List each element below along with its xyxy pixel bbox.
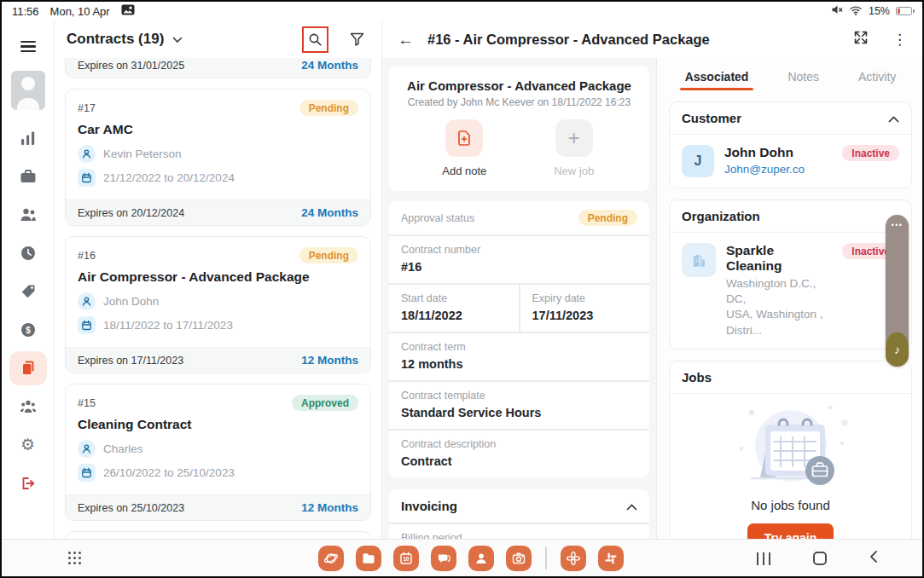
- tab-associated[interactable]: Associated: [685, 70, 749, 90]
- contract-dates: 18/11/2022 to 17/11/2023: [103, 319, 233, 332]
- try-again-button[interactable]: Try again: [747, 523, 834, 539]
- contract-card[interactable]: #16 Pending Air Compressor - Advanced Pa…: [65, 236, 371, 373]
- contracts-list[interactable]: Expires on 31/01/2025 24 Months #17 Pend…: [55, 58, 381, 539]
- new-job-button[interactable]: + New job: [532, 119, 617, 177]
- expires-text: Expires on 31/01/2025: [78, 60, 184, 72]
- contract-detail-panel[interactable]: Air Compressor - Advanced Package Create…: [382, 58, 657, 539]
- battery-percent: 15%: [869, 5, 890, 17]
- contract-number: #15: [78, 397, 96, 409]
- search-button[interactable]: [302, 26, 328, 53]
- term-text: 12 Months: [301, 354, 358, 367]
- expand-icon[interactable]: [853, 30, 869, 49]
- status-time: 11:56: [12, 5, 39, 18]
- chevron-up-icon[interactable]: [626, 499, 637, 513]
- contract-person: Kevin Peterson: [103, 147, 182, 160]
- detail-header: ← #16 - Air Compressor - Advanced Packag…: [382, 20, 922, 58]
- note-add-icon: [445, 119, 483, 157]
- contract-dates: 26/10/2022 to 25/10/2023: [103, 466, 235, 479]
- menu-button[interactable]: [2, 27, 54, 66]
- sidebar-item-customers[interactable]: [2, 195, 54, 234]
- organization-card: Organization Sparkle Cleaning Washington…: [669, 199, 912, 350]
- status-badge: Pending: [299, 100, 358, 116]
- music-note-icon[interactable]: ♪: [886, 332, 909, 367]
- organization-name: Sparkle Cleaning: [726, 243, 832, 274]
- tag-icon: [20, 284, 36, 299]
- customer-avatar: J: [682, 145, 714, 177]
- field-dates: Start date 18/11/2022 Expiry date 17/11/…: [389, 285, 649, 332]
- filter-button[interactable]: [344, 26, 369, 52]
- messages-app-icon[interactable]: [431, 546, 456, 571]
- status-bar: 11:56 Mon, 10 Apr 15%: [2, 2, 922, 20]
- detail-tabs: Associated Notes Activity: [669, 63, 912, 90]
- tab-activity[interactable]: Activity: [858, 70, 896, 90]
- customer-email[interactable]: John@zuper.co: [724, 163, 832, 176]
- approval-status-badge: Pending: [578, 210, 637, 226]
- slack-app-icon[interactable]: [598, 546, 624, 571]
- sidebar-item-invoices[interactable]: $: [2, 310, 54, 349]
- camera-app-icon[interactable]: [506, 546, 532, 571]
- contract-card[interactable]: #17 Pending Car AMC Kevin Peterson 21/12…: [65, 89, 371, 226]
- edge-dots-icon: •••: [886, 221, 909, 229]
- chevron-up-icon[interactable]: [888, 111, 899, 125]
- dollar-icon: $: [20, 322, 36, 338]
- sidebar-item-contracts-active[interactable]: [2, 349, 54, 387]
- customer-section-title: Customer: [682, 111, 741, 125]
- clock-icon: [20, 246, 36, 261]
- edge-panel-handle[interactable]: ••• ♪: [886, 215, 909, 367]
- add-note-button[interactable]: Add note: [421, 119, 507, 177]
- person-icon: [78, 292, 96, 310]
- customer-row[interactable]: J John Dohn John@zuper.co Inactive: [670, 135, 911, 188]
- sidebar-item-settings[interactable]: ⚙: [2, 425, 54, 464]
- recents-button[interactable]: [757, 552, 770, 565]
- sidebar-item-teams[interactable]: [2, 387, 54, 425]
- kebab-menu-icon[interactable]: ⋮: [892, 32, 907, 47]
- calendar-app-icon[interactable]: 10: [393, 546, 419, 571]
- briefcase-icon: [20, 169, 37, 184]
- mute-icon: [831, 4, 843, 18]
- sidebar-item-quotes[interactable]: [2, 272, 54, 310]
- taskbar: 10: [2, 539, 922, 576]
- status-badge: Pending: [299, 247, 358, 263]
- contracts-list-panel: Contracts (19) Expires on 31/01/2025 24 …: [55, 20, 382, 539]
- filter-icon: [350, 32, 364, 46]
- field-contract-description: Contract description Contract: [389, 431, 649, 477]
- contract-fields: Approval status Pending Contract number …: [389, 201, 649, 477]
- user-avatar[interactable]: [11, 71, 45, 110]
- status-date: Mon, 10 Apr: [50, 5, 110, 18]
- field-contract-number: Contract number #16: [389, 236, 649, 283]
- app-drawer-button[interactable]: [68, 552, 81, 564]
- back-button[interactable]: [869, 550, 878, 567]
- teams-icon: [20, 399, 37, 413]
- svg-text:$: $: [26, 325, 31, 334]
- contract-card[interactable]: #14 Approved Car AMC-55: [65, 531, 371, 539]
- organization-row[interactable]: Sparkle Cleaning Washington D.C., DC, US…: [670, 233, 911, 349]
- contract-card-partial[interactable]: Expires on 31/01/2025 24 Months: [65, 58, 371, 78]
- expires-text: Expires on 20/12/2024: [78, 207, 184, 219]
- expires-text: Expires on 17/11/2023: [78, 355, 183, 367]
- people-icon: [20, 207, 37, 222]
- contract-title: Car AMC: [78, 122, 358, 137]
- gear-icon: ⚙: [20, 436, 35, 453]
- sidebar-item-logout[interactable]: [2, 464, 54, 502]
- browser-app-icon[interactable]: [318, 546, 344, 571]
- pinwheel-app-icon[interactable]: [561, 546, 586, 571]
- term-text: 12 Months: [301, 501, 358, 514]
- person-icon: [78, 440, 96, 458]
- screenshot-icon: [121, 4, 135, 18]
- sidebar-item-timesheets[interactable]: [2, 234, 54, 272]
- home-button[interactable]: [813, 552, 827, 565]
- summary-title: Air Compressor - Advanced Package: [398, 78, 641, 93]
- chevron-down-icon[interactable]: [172, 32, 183, 47]
- contacts-app-icon[interactable]: [468, 546, 494, 571]
- add-note-label: Add note: [442, 165, 486, 177]
- expires-text: Expires on 25/10/2023: [78, 502, 184, 514]
- sidebar-item-dashboard[interactable]: [2, 118, 54, 157]
- contract-card[interactable]: #15 Approved Cleaning Contract Charles 2…: [65, 384, 371, 521]
- no-jobs-text: No jobs found: [680, 498, 901, 512]
- customer-name: John Dohn: [724, 145, 832, 160]
- files-app-icon[interactable]: [356, 546, 381, 571]
- back-arrow-icon[interactable]: ←: [398, 32, 414, 48]
- contracts-icon: [20, 360, 36, 376]
- tab-notes[interactable]: Notes: [787, 70, 819, 90]
- sidebar-item-jobs[interactable]: [2, 157, 54, 195]
